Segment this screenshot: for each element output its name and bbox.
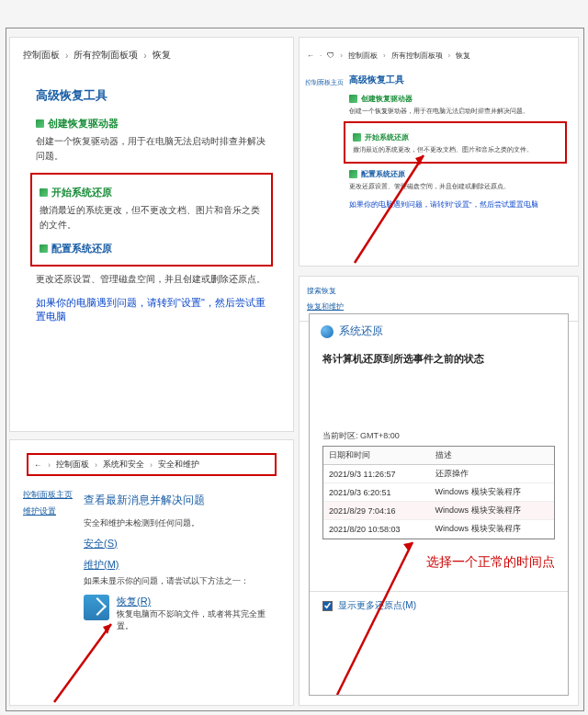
nav-back-icon[interactable]: ← [307, 51, 314, 60]
system-restore-link[interactable]: 开始系统还原 [40, 186, 264, 199]
annotation-text: 选择一个正常的时间点 [310, 549, 568, 591]
chevron-right-icon: › [65, 51, 68, 61]
page-title: 高级恢复工具 [349, 74, 561, 86]
page-title: 查看最新消息并解决问题 [84, 493, 277, 508]
bc-item[interactable]: 控制面板 [23, 49, 60, 62]
bc-item[interactable]: 恢复 [153, 49, 171, 62]
recovery-desc: 恢复电脑而不影响文件，或者将其完全重置。 [117, 608, 277, 632]
table-row[interactable]: 2021/8/29 7:04:16Windows 模块安装程序 [323, 502, 554, 520]
dialog-subtitle: 将计算机还原到所选事件之前的状态 [310, 348, 568, 375]
cell-datetime: 2021/8/20 10:58:03 [323, 520, 430, 539]
restore-points-table: 日期和时间 描述 2021/9/3 11:26:57还原操作2021/9/3 6… [322, 446, 555, 539]
recovery-maint-link[interactable]: 恢复和维护 [307, 301, 571, 312]
cell-desc: Windows 模块安装程序 [430, 502, 554, 520]
hint-text: 如果未显示你的问题，请尝试以下方法之一： [84, 575, 277, 587]
chevron-right-icon: › [143, 51, 146, 61]
timezone-label: 当前时区: GMT+8:00 [322, 430, 555, 442]
configure-restore-desc: 更改还原设置、管理磁盘空间，并且创建或删除还原点。 [349, 181, 561, 191]
breadcrumb[interactable]: 控制面板 › 所有控制面板项 › 恢复 [10, 38, 293, 73]
show-more-checkbox[interactable]: 显示更多还原点(M) [310, 591, 568, 619]
nav-back-icon[interactable]: ← [34, 460, 42, 470]
security-section[interactable]: 安全(S) [84, 537, 277, 550]
highlight-box: 开始系统还原 撤消最近的系统更改，但不更改文档、图片和音乐之类的文件。 配置系统… [30, 173, 273, 267]
shield-icon [349, 95, 357, 103]
table-row[interactable]: 2021/9/3 6:20:51Windows 模块安装程序 [323, 483, 554, 502]
control-panel-icon: 🛡 [327, 51, 334, 60]
sidebar-item-maint[interactable]: 维护设置 [23, 503, 73, 519]
cell-desc: Windows 模块安装程序 [430, 483, 554, 502]
restore-icon [321, 325, 334, 338]
highlight-box: 开始系统还原 撤消最近的系统更改，但不更改文档、图片和音乐之类的文件。 [344, 121, 567, 164]
configure-restore-link[interactable]: 配置系统还原 [349, 169, 561, 179]
reset-pc-link[interactable]: 如果你的电脑遇到问题，请转到"设置"，然后尝试重置电脑 [349, 199, 561, 210]
breadcrumb[interactable]: ← · 🛡 › 控制面板 › 所有控制面板项 › 恢复 [300, 38, 578, 66]
table-row[interactable]: 2021/9/3 11:26:57还原操作 [323, 465, 554, 483]
table-row[interactable]: 2021/8/20 10:58:03Windows 模块安装程序 [323, 520, 554, 539]
shield-icon [353, 133, 361, 142]
create-recovery-drive-desc: 创建一个恢复驱动器，用于在电脑无法启动时排查并解决问题。 [349, 106, 561, 116]
shield-icon [36, 119, 44, 128]
cell-desc: Windows 模块安装程序 [430, 520, 554, 539]
cell-datetime: 2021/9/3 6:20:51 [323, 483, 430, 502]
configure-restore-desc: 更改还原设置、管理磁盘空间，并且创建或删除还原点。 [36, 272, 267, 287]
search-label: 搜索恢复 [307, 286, 571, 296]
recovery-panel-large: 控制面板 › 所有控制面板项 › 恢复 高级恢复工具 创建恢复驱动器 创建一个恢… [9, 37, 294, 432]
create-recovery-drive-link[interactable]: 创建恢复驱动器 [36, 117, 267, 131]
recovery-panel-small: ← · 🛡 › 控制面板 › 所有控制面板项 › 恢复 控制面板主页 高级恢复工… [299, 37, 579, 267]
status-text: 安全和维护未检测到任何问题。 [84, 517, 277, 529]
breadcrumb-highlight[interactable]: ← › 控制面板 › 系统和安全 › 安全和维护 [27, 453, 277, 476]
shield-icon [349, 170, 357, 178]
col-datetime[interactable]: 日期和时间 [323, 447, 430, 465]
col-desc[interactable]: 描述 [430, 447, 554, 465]
shield-icon [40, 188, 48, 197]
reset-pc-link[interactable]: 如果你的电脑遇到问题，请转到"设置"，然后尝试重置电脑 [36, 296, 267, 323]
checkbox-icon [322, 601, 333, 611]
sidebar: 控制面板主页 维护设置 [23, 486, 73, 519]
maintenance-section[interactable]: 维护(M) [84, 558, 277, 572]
sidebar-item-home[interactable]: 控制面板主页 [23, 486, 73, 503]
system-restore-dialog: 系统还原 将计算机还原到所选事件之前的状态 当前时区: GMT+8:00 日期和… [309, 313, 569, 696]
create-recovery-drive-desc: 创建一个恢复驱动器，用于在电脑无法启动时排查并解决问题。 [36, 134, 267, 164]
bc-item[interactable]: 所有控制面板项 [74, 49, 138, 62]
cell-datetime: 2021/8/29 7:04:16 [323, 502, 430, 520]
cell-datetime: 2021/9/3 11:26:57 [323, 465, 430, 483]
page-title: 高级恢复工具 [36, 87, 267, 104]
shield-icon [40, 244, 48, 253]
create-recovery-drive-link[interactable]: 创建恢复驱动器 [349, 94, 561, 104]
recovery-icon [84, 595, 109, 620]
recovery-block: 恢复(R) 恢复电脑而不影响文件，或者将其完全重置。 [84, 595, 277, 636]
system-restore-desc: 撤消最近的系统更改，但不更改文档、图片和音乐之类的文件。 [353, 144, 558, 154]
system-restore-link[interactable]: 开始系统还原 [353, 132, 558, 142]
cell-desc: 还原操作 [430, 465, 554, 483]
system-restore-dialog-panel: 搜索恢复 恢复和维护 系统还原 将计算机还原到所选事件之前的状态 当前时区: G… [299, 276, 579, 706]
dialog-title: 系统还原 [310, 314, 568, 348]
security-maintenance-panel: ← › 控制面板 › 系统和安全 › 安全和维护 控制面板主页 维护设置 查看最… [9, 439, 294, 706]
system-restore-desc: 撤消最近的系统更改，但不更改文档、图片和音乐之类的文件。 [40, 203, 264, 233]
recovery-link[interactable]: 恢复(R) [117, 595, 277, 608]
sidebar-home[interactable]: 控制面板主页 [305, 78, 344, 87]
configure-restore-link[interactable]: 配置系统还原 [40, 242, 264, 255]
